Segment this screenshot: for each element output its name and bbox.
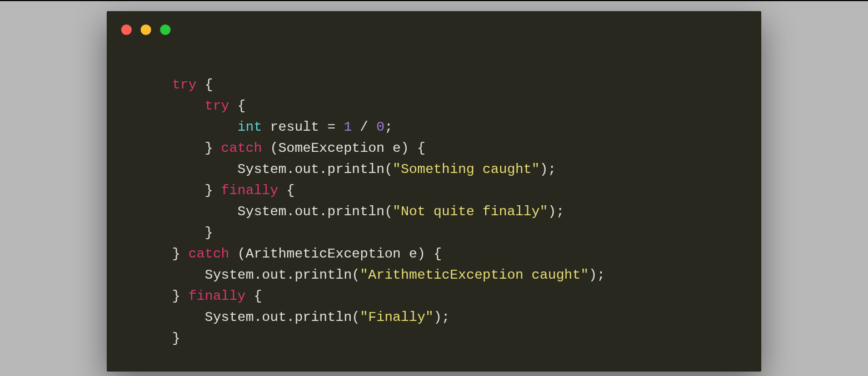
code-line-11: } finally { xyxy=(107,289,262,304)
code-line-5: System.out.println("Something caught"); xyxy=(107,162,556,177)
close-icon[interactable] xyxy=(121,24,132,35)
number-literal: 0 xyxy=(376,120,385,135)
window-titlebar xyxy=(107,11,761,37)
number-literal: 1 xyxy=(343,120,352,135)
code-line-12: System.out.println("Finally"); xyxy=(107,310,450,325)
code-line-13: } xyxy=(107,331,180,346)
code-line-9: } catch (ArithmeticException e) { xyxy=(107,246,442,261)
keyword-try: try xyxy=(172,77,197,92)
keyword-finally: finally xyxy=(188,289,246,304)
code-line-10: System.out.println("ArithmeticException … xyxy=(107,268,605,283)
code-line-4: } catch (SomeException e) { xyxy=(107,141,425,156)
keyword-finally: finally xyxy=(221,183,278,198)
code-line-1: try { xyxy=(107,77,213,92)
type-int: int xyxy=(237,120,262,135)
code-line-6: } finally { xyxy=(107,183,295,198)
string-literal: "ArithmeticException caught" xyxy=(360,268,589,283)
maximize-icon[interactable] xyxy=(160,24,171,35)
code-line-2: try { xyxy=(107,98,246,113)
string-literal: "Not quite finally" xyxy=(393,204,548,219)
code-line-3: int result = 1 / 0; xyxy=(107,120,393,135)
keyword-catch: catch xyxy=(188,246,230,261)
minimize-icon[interactable] xyxy=(141,24,151,35)
keyword-try: try xyxy=(204,98,229,113)
code-line-8: } xyxy=(107,225,213,240)
code-window: try { try { int result = 1 / 0; } catch … xyxy=(107,11,761,372)
string-literal: "Something caught" xyxy=(393,162,540,177)
code-block: try { try { int result = 1 / 0; } catch … xyxy=(107,37,761,349)
string-literal: "Finally" xyxy=(360,310,433,325)
code-line-7: System.out.println("Not quite finally"); xyxy=(107,204,564,219)
keyword-catch: catch xyxy=(221,141,262,156)
